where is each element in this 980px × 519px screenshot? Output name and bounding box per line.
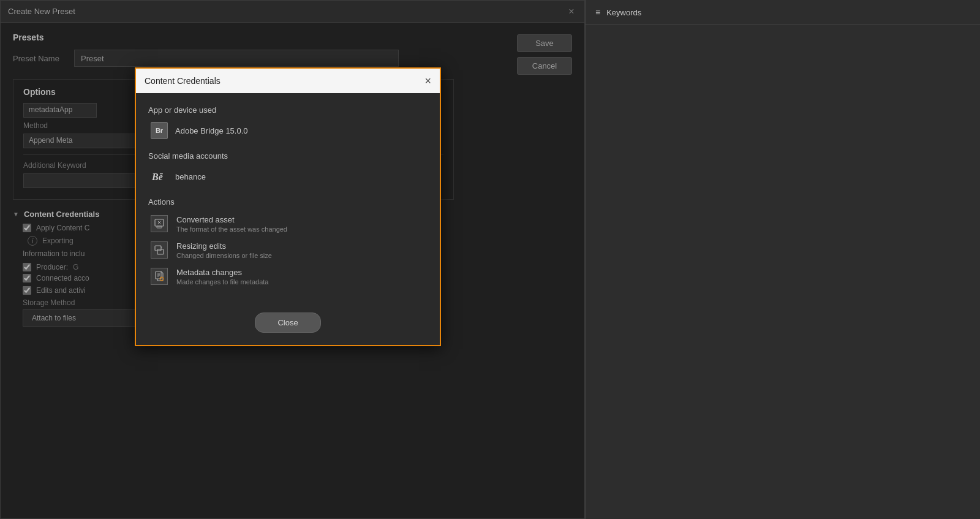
social-section-title: Social media accounts: [148, 151, 428, 161]
metadata-changes-icon: !: [151, 268, 168, 285]
app-row: Br Adobe Bridge 15.0.0: [148, 122, 428, 139]
resizing-edits-desc: Changed dimensions or file size: [176, 252, 272, 259]
app-name: Adobe Bridge 15.0.0: [175, 126, 248, 135]
cc-dialog-close-button[interactable]: ×: [424, 75, 431, 86]
cc-dialog-titlebar: Content Credentials ×: [136, 69, 440, 93]
svg-text:!: !: [161, 277, 162, 281]
br-icon: Br: [151, 122, 168, 139]
metadata-changes-desc: Made changes to file metadata: [176, 278, 268, 286]
metadata-changes-name: Metadata changes: [176, 268, 268, 277]
keywords-header: ≡ Keywords: [586, 0, 980, 25]
actions-title: Actions: [148, 197, 428, 206]
action-row-resizing: Resizing edits Changed dimensions or fil…: [148, 241, 428, 259]
keywords-icon: ≡: [595, 7, 600, 17]
social-name: behance: [175, 172, 206, 181]
converted-asset-icon: [151, 215, 168, 232]
cc-dialog-footer: Close: [136, 306, 440, 345]
action-row-metadata: ! Metadata changes Made changes to file …: [148, 268, 428, 286]
converted-asset-desc: The format of the asset was changed: [176, 225, 287, 233]
cc-dialog: Content Credentials × App or device used…: [135, 67, 441, 346]
cc-dialog-body: App or device used Br Adobe Bridge 15.0.…: [136, 93, 440, 306]
converted-asset-text: Converted asset The format of the asset …: [176, 215, 287, 233]
app-section-title: App or device used: [148, 105, 428, 115]
right-panel: ≡ Keywords: [585, 0, 980, 519]
svg-rect-6: [157, 249, 164, 254]
svg-text:Bē: Bē: [151, 172, 164, 182]
social-row: Bē behance: [148, 168, 428, 185]
resizing-edits-icon: [151, 241, 168, 259]
action-row-converted: Converted asset The format of the asset …: [148, 215, 428, 233]
svg-rect-2: [157, 226, 162, 228]
behance-icon: Bē: [151, 168, 168, 185]
cc-dialog-title: Content Credentials: [145, 76, 221, 86]
cc-close-button[interactable]: Close: [255, 313, 320, 333]
resizing-edits-text: Resizing edits Changed dimensions or fil…: [176, 241, 272, 259]
metadata-changes-text: Metadata changes Made changes to file me…: [176, 268, 268, 286]
converted-asset-name: Converted asset: [176, 215, 287, 224]
resizing-edits-name: Resizing edits: [176, 241, 272, 251]
keywords-title: Keywords: [606, 8, 641, 17]
